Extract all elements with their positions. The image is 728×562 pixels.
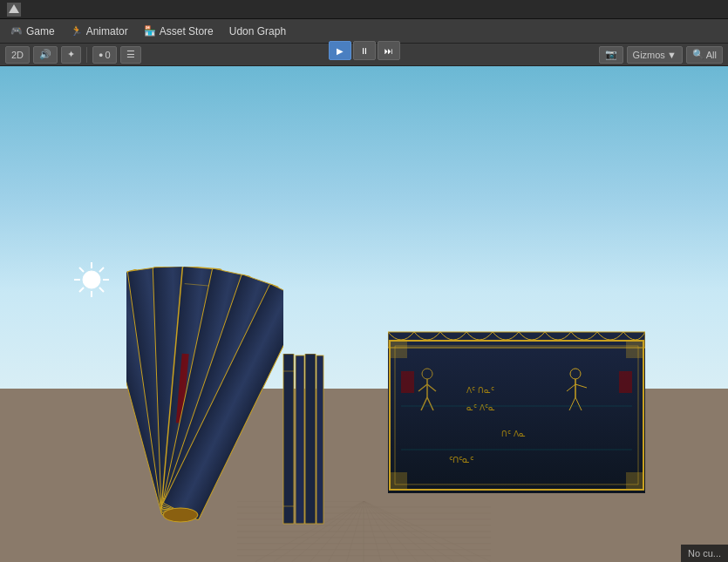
scene-objects: ✦ ✦ ✦	[0, 66, 728, 562]
2d-button[interactable]: 2D	[5, 46, 30, 64]
toolbar-separator-1	[86, 47, 87, 63]
svg-rect-59	[626, 341, 643, 358]
sound-icon: 🔊	[39, 49, 51, 60]
pause-button[interactable]: ⏸	[353, 41, 376, 60]
system-bar	[0, 0, 728, 19]
unity-icon	[7, 3, 21, 17]
layers-icon: ☰	[126, 49, 135, 60]
svg-text:ᑦᑎᑦᓇᑦ: ᑦᑎᑦᓇᑦ	[449, 455, 473, 464]
svg-rect-80	[401, 371, 414, 393]
camera-icon: 📷	[605, 49, 617, 60]
stats-label: 0	[105, 50, 111, 60]
menu-animator-label: Animator	[86, 25, 128, 37]
gizmos-label: Gizmos	[633, 50, 665, 60]
svg-point-47	[163, 508, 198, 522]
menu-udon-graph-label: Udon Graph	[229, 25, 286, 37]
svg-rect-50	[305, 354, 316, 524]
effects-button[interactable]: ✦	[61, 46, 81, 64]
layers-button[interactable]: ☰	[120, 46, 141, 64]
search-icon: 🔍	[692, 49, 704, 60]
svg-rect-54	[388, 341, 645, 493]
sound-button[interactable]: 🔊	[33, 46, 58, 64]
menu-game[interactable]: 🎮 Game	[3, 23, 62, 40]
svg-marker-0	[9, 4, 19, 13]
viewport: ✦ ✦ ✦	[0, 66, 728, 562]
svg-rect-51	[316, 355, 323, 524]
menu-game-label: Game	[26, 25, 55, 37]
svg-text:ᓇᑦ ᐱᑦᓇ: ᓇᑦ ᐱᑦᓇ	[466, 403, 495, 412]
status-text: No cu...	[688, 548, 721, 559]
menu-asset-store[interactable]: 🏪 Asset Store	[137, 23, 221, 40]
fan-object: ✦ ✦ ✦	[126, 267, 275, 528]
play-button[interactable]: ▶	[329, 41, 351, 60]
thin-books-object	[279, 354, 323, 528]
search-gizmos-button[interactable]: 🔍 All	[686, 46, 723, 64]
game-icon: 🎮	[10, 25, 23, 37]
play-controls: ▶ ⏸ ⏭	[329, 38, 400, 63]
effects-icon: ✦	[67, 49, 75, 60]
svg-rect-49	[296, 355, 304, 524]
svg-rect-81	[619, 371, 632, 393]
stats-button[interactable]: ● 0	[92, 46, 117, 64]
menu-udon-graph[interactable]: Udon Graph	[222, 23, 293, 40]
svg-rect-58	[390, 341, 407, 358]
menu-bar: 🎮 Game 🏃 Animator 🏪 Asset Store Udon Gra…	[0, 19, 728, 44]
banner-object: ᐱᑦ ᑎᓇᑦ ᓇᑦ ᐱᑦᓇ ᑎᑦ ᐱᓇ ᑦᑎᑦᓇᑦ	[388, 323, 645, 489]
svg-text:ᑎᑦ ᐱᓇ: ᑎᑦ ᐱᓇ	[501, 430, 526, 438]
2d-label: 2D	[11, 50, 24, 60]
menu-animator[interactable]: 🏃 Animator	[64, 23, 135, 40]
camera-button[interactable]: 📷	[599, 46, 623, 64]
svg-rect-48	[283, 354, 294, 524]
stats-icon: ●	[99, 51, 103, 59]
toolbar-right: 📷 Gizmos ▼ 🔍 All	[599, 46, 723, 64]
step-button[interactable]: ⏭	[378, 41, 400, 60]
all-label: All	[706, 50, 717, 60]
asset-store-icon: 🏪	[144, 25, 156, 37]
svg-text:ᐱᑦ ᑎᓇᑦ: ᐱᑦ ᑎᓇᑦ	[466, 386, 494, 395]
svg-rect-60	[390, 472, 407, 490]
svg-rect-61	[626, 472, 643, 490]
status-overlay: No cu...	[681, 545, 728, 562]
gizmos-chevron-icon: ▼	[667, 50, 677, 60]
menu-asset-store-label: Asset Store	[160, 25, 214, 37]
gizmos-button[interactable]: Gizmos ▼	[627, 46, 683, 64]
animator-icon: 🏃	[71, 25, 83, 37]
